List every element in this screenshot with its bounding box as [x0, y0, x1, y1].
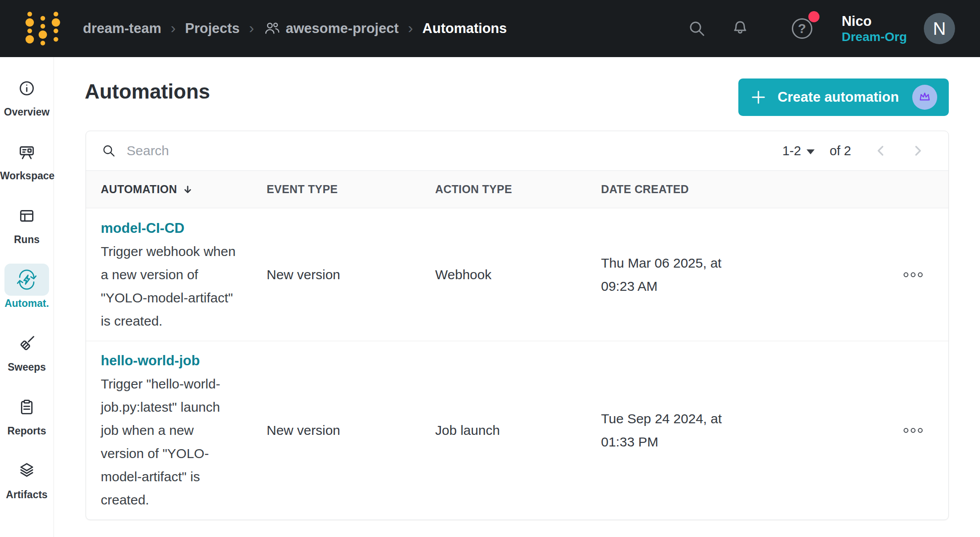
action-type-cell: Webhook: [420, 267, 586, 282]
page-total-label: of 2: [830, 144, 851, 158]
sidebar-item-label: Sweeps: [0, 361, 54, 373]
search-icon[interactable]: [687, 18, 707, 39]
workspace-board-icon: [4, 136, 49, 168]
breadcrumb-project-label: awesome-project: [286, 21, 399, 37]
event-type-cell: New version: [252, 423, 420, 438]
column-header-date-created[interactable]: DATE CREATED: [586, 183, 836, 196]
table-toolbar: 1-2 of 2: [86, 131, 948, 170]
sidebar-item-label: Workspace: [0, 170, 54, 182]
column-header-label: AUTOMATION: [101, 183, 177, 196]
pagination: 1-2 of 2: [782, 144, 924, 158]
next-page-button[interactable]: [911, 144, 924, 157]
automation-description: Trigger webhook when a new version of "Y…: [101, 240, 237, 333]
column-header-label: EVENT TYPE: [267, 183, 338, 196]
automation-description: Trigger "hello-world-job.py:latest" laun…: [101, 372, 237, 512]
create-automation-label: Create automation: [778, 89, 899, 105]
help-icon: ?: [792, 18, 812, 39]
event-type-cell: New version: [252, 267, 420, 282]
runs-table-icon: [4, 200, 49, 232]
caret-down-icon: [807, 149, 815, 154]
automations-table-card: 1-2 of 2 AUTOMATION: [86, 131, 949, 520]
automation-name-link[interactable]: hello-world-job: [101, 349, 200, 372]
column-header-event-type[interactable]: EVENT TYPE: [252, 183, 420, 196]
page-range-label: 1-2: [782, 144, 801, 158]
page-title: Automations: [85, 79, 210, 103]
table-row: hello-world-job Trigger "hello-world-job…: [86, 341, 948, 520]
sort-descending-icon: [182, 184, 193, 195]
search-icon: [101, 143, 117, 159]
sidebar-item-label: Artifacts: [0, 489, 54, 501]
automation-cell: hello-world-job Trigger "hello-world-job…: [86, 341, 252, 520]
user-org: Dream-Org: [842, 29, 907, 44]
date-created-cell: Tue Sep 24 2024, at 01:33 PM: [586, 407, 733, 454]
layers-icon: [4, 455, 49, 487]
user-menu[interactable]: Nico Dream-Org: [842, 13, 907, 44]
notifications-bell-icon[interactable]: [729, 18, 751, 39]
breadcrumb-separator: ›: [408, 20, 413, 37]
clipboard-icon: [4, 391, 49, 423]
breadcrumb-team[interactable]: dream-team: [83, 21, 161, 37]
row-menu-button[interactable]: [903, 271, 948, 278]
wandb-logo-icon[interactable]: [25, 9, 61, 48]
breadcrumb-separator: ›: [249, 20, 254, 37]
plus-icon: [750, 89, 767, 106]
team-members-icon: [264, 20, 280, 37]
sidebar-item-runs[interactable]: Runs: [0, 200, 54, 246]
breadcrumb: dream-team › Projects › awesome-project …: [83, 20, 507, 37]
table-header-row: AUTOMATION EVENT TYPE ACTION TYPE DATE C…: [86, 170, 948, 208]
breadcrumb-current-page: Automations: [422, 21, 506, 37]
project-sidebar: Overview Workspace Runs: [0, 57, 54, 537]
premium-badge: [912, 85, 937, 110]
previous-page-button[interactable]: [874, 144, 888, 157]
avatar[interactable]: N: [924, 13, 955, 44]
search-input[interactable]: [127, 143, 782, 158]
top-navbar: dream-team › Projects › awesome-project …: [0, 0, 980, 57]
sidebar-item-artifacts[interactable]: Artifacts: [0, 455, 54, 501]
sidebar-item-automations[interactable]: Automat.: [0, 264, 54, 310]
navbar-actions: ? Nico Dream-Org N: [687, 13, 980, 44]
sidebar-item-label: Reports: [0, 425, 54, 437]
sidebar-item-label: Runs: [0, 234, 54, 246]
page-range-dropdown[interactable]: 1-2: [782, 144, 815, 158]
breadcrumb-projects[interactable]: Projects: [185, 21, 239, 37]
sidebar-item-workspace[interactable]: Workspace: [0, 136, 54, 182]
sidebar-item-overview[interactable]: Overview: [0, 72, 54, 118]
column-header-label: ACTION TYPE: [435, 183, 512, 196]
crown-icon: [918, 90, 932, 104]
automation-name-link[interactable]: model-CI-CD: [101, 217, 185, 240]
column-header-action-type[interactable]: ACTION TYPE: [420, 183, 586, 196]
sidebar-item-reports[interactable]: Reports: [0, 391, 54, 437]
help-button[interactable]: ?: [792, 18, 812, 39]
sidebar-item-label: Automat.: [0, 297, 54, 310]
sidebar-item-label: Overview: [0, 106, 54, 118]
row-menu-button[interactable]: [903, 427, 948, 434]
info-circle-icon: [4, 72, 49, 104]
action-type-cell: Job launch: [420, 423, 586, 438]
meatballs-menu-icon: [903, 271, 923, 278]
user-name: Nico: [842, 13, 907, 29]
meatballs-menu-icon: [903, 427, 923, 434]
automation-cell: model-CI-CD Trigger webhook when a new v…: [86, 209, 252, 341]
table-row: model-CI-CD Trigger webhook when a new v…: [86, 208, 948, 341]
date-created-cell: Thu Mar 06 2025, at 09:23 AM: [586, 252, 733, 298]
broom-icon: [4, 327, 49, 359]
sidebar-item-sweeps[interactable]: Sweeps: [0, 327, 54, 373]
automations-sync-bolt-icon: [4, 264, 49, 296]
create-automation-button[interactable]: Create automation: [738, 78, 949, 116]
notification-dot: [808, 11, 819, 22]
column-header-label: DATE CREATED: [601, 183, 689, 196]
breadcrumb-project[interactable]: awesome-project: [264, 20, 399, 37]
breadcrumb-separator: ›: [171, 20, 176, 37]
column-header-automation[interactable]: AUTOMATION: [86, 183, 252, 196]
